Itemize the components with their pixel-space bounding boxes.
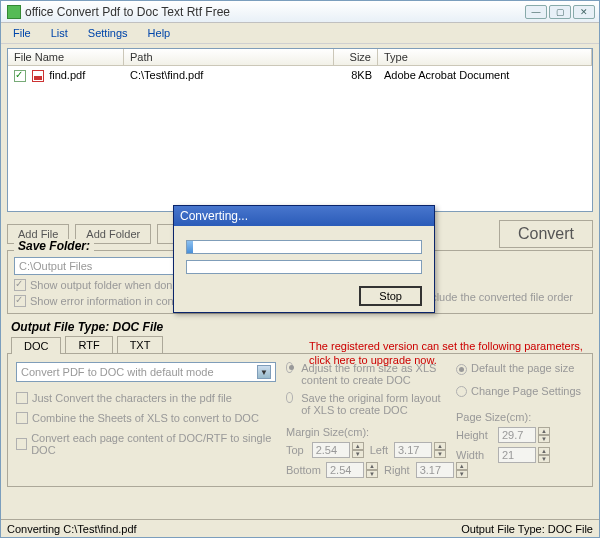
menubar: File List Settings Help xyxy=(1,23,599,44)
menu-settings[interactable]: Settings xyxy=(80,25,136,41)
col-filename[interactable]: File Name xyxy=(8,49,124,65)
pdf-icon xyxy=(32,70,44,82)
maximize-button[interactable]: ▢ xyxy=(549,5,571,19)
menu-list[interactable]: List xyxy=(43,25,76,41)
cb-combine-sheets[interactable]: Combine the Sheets of XLS to convert to … xyxy=(16,412,276,424)
options-panel: Convert PDF to DOC with default mode ▼ J… xyxy=(7,353,593,487)
titlebar: office Convert Pdf to Doc Text Rtf Free … xyxy=(1,1,599,23)
menu-help[interactable]: Help xyxy=(140,25,179,41)
row-filename: find.pdf xyxy=(49,69,85,81)
page-height-input[interactable]: ▲▼ xyxy=(498,427,550,443)
file-list-row[interactable]: find.pdf C:\Test\find.pdf 8KB Adobe Acro… xyxy=(8,66,592,85)
margin-bottom-input[interactable]: ▲▼ xyxy=(326,462,378,478)
margin-size-label: Margin Size(cm): xyxy=(286,426,446,438)
converting-dialog: Converting... Stop xyxy=(173,205,435,313)
file-list-header: File Name Path Size Type xyxy=(8,49,592,66)
mode-select[interactable]: Convert PDF to DOC with default mode ▼ xyxy=(16,362,276,382)
close-button[interactable]: ✕ xyxy=(573,5,595,19)
window-title: office Convert Pdf to Doc Text Rtf Free xyxy=(25,5,525,19)
page-size-label: Page Size(cm): xyxy=(456,411,584,423)
row-checkbox[interactable] xyxy=(14,70,26,82)
statusbar: Converting C:\Test\find.pdf Output File … xyxy=(1,519,599,537)
row-path: C:\Test\find.pdf xyxy=(124,68,334,83)
col-type[interactable]: Type xyxy=(378,49,592,65)
progress-bar-2 xyxy=(186,260,422,274)
app-icon xyxy=(7,5,21,19)
rb-save-layout[interactable]: Save the original form layout of XLS to … xyxy=(286,392,446,416)
margin-left-input[interactable]: ▲▼ xyxy=(394,442,446,458)
tab-rtf[interactable]: RTF xyxy=(65,336,112,353)
main-window: office Convert Pdf to Doc Text Rtf Free … xyxy=(0,0,600,538)
chevron-down-icon: ▼ xyxy=(257,365,271,379)
cb-each-page[interactable]: Convert each page content of DOC/RTF to … xyxy=(16,432,276,456)
convert-button[interactable]: Convert xyxy=(499,220,593,248)
status-right: Output File Type: DOC File xyxy=(461,523,593,535)
row-type: Adobe Acrobat Document xyxy=(378,68,592,83)
col-size[interactable]: Size xyxy=(334,49,378,65)
minimize-button[interactable]: — xyxy=(525,5,547,19)
format-tabs: DOC RTF TXT xyxy=(11,336,589,353)
margin-top-input[interactable]: ▲▼ xyxy=(312,442,364,458)
menu-file[interactable]: File xyxy=(5,25,39,41)
col-path[interactable]: Path xyxy=(124,49,334,65)
tab-doc[interactable]: DOC xyxy=(11,337,61,354)
progress-bar-1 xyxy=(186,240,422,254)
rb-change-page[interactable]: Change Page Settings xyxy=(456,385,584,398)
page-width-input[interactable]: ▲▼ xyxy=(498,447,550,463)
output-file-type-label: Output File Type: DOC File xyxy=(11,320,589,334)
dialog-title: Converting... xyxy=(174,206,434,226)
row-size: 8KB xyxy=(334,68,378,83)
status-left: Converting C:\Test\find.pdf xyxy=(7,523,137,535)
tab-txt[interactable]: TXT xyxy=(117,336,164,353)
save-folder-legend: Save Folder: xyxy=(14,239,94,253)
file-list[interactable]: File Name Path Size Type find.pdf C:\Tes… xyxy=(7,48,593,212)
cb-just-chars[interactable]: Just Convert the characters in the pdf f… xyxy=(16,392,276,404)
stop-button[interactable]: Stop xyxy=(359,286,422,306)
